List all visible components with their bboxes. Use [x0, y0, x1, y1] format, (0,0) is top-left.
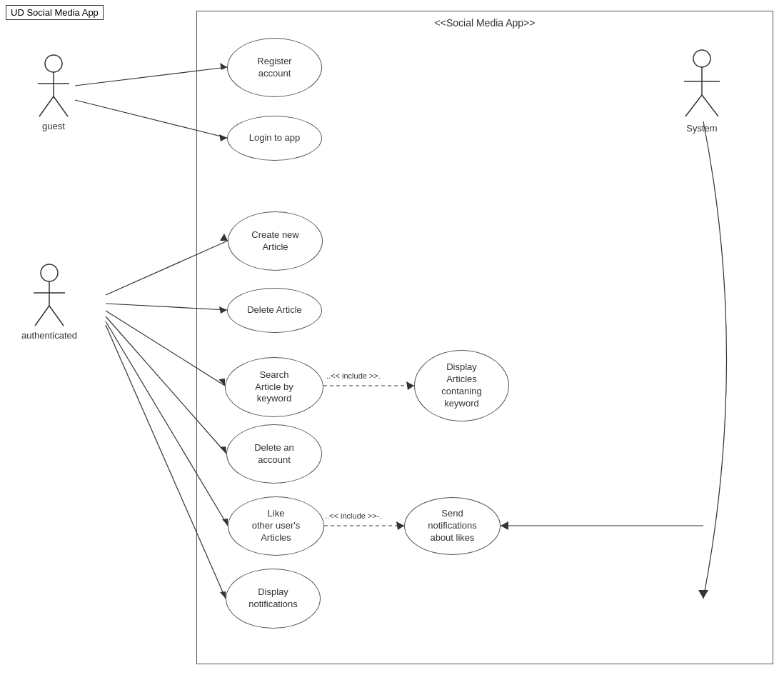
uc-send-notifications: Send notifications about likes	[404, 497, 501, 555]
svg-point-5	[41, 264, 58, 281]
svg-line-13	[685, 95, 702, 116]
svg-line-3	[39, 96, 54, 116]
svg-line-9	[49, 306, 64, 326]
title-box: UD Social Media App	[6, 5, 104, 20]
actor-authenticated-label: authenticated	[21, 330, 77, 341]
uc-like-articles: Like other user's Articles	[228, 496, 324, 556]
svg-line-4	[54, 96, 68, 116]
svg-point-10	[693, 50, 710, 67]
uc-delete-account: Delete an account	[226, 424, 322, 484]
uc-create-article: Create new Article	[228, 211, 323, 271]
actor-system: System	[677, 49, 727, 134]
actor-guest: guest	[32, 54, 75, 131]
actor-system-label: System	[686, 123, 717, 134]
uc-search-article: Search Article by keyword	[225, 357, 323, 417]
app-title: UD Social Media App	[11, 7, 99, 18]
svg-line-14	[702, 95, 718, 116]
include-label-search: ..<< include >>.	[326, 371, 381, 380]
svg-line-8	[35, 306, 49, 326]
actor-guest-label: guest	[42, 121, 65, 131]
outer-frame: UD Social Media App <<Social Media App>>…	[0, 0, 784, 675]
uc-delete-article: Delete Article	[227, 288, 322, 333]
uc-display-notifications: Display notifications	[226, 569, 321, 629]
uc-register: Register account	[227, 38, 322, 97]
uc-login: Login to app	[227, 116, 322, 161]
uc-display-articles-keyword: Display Articles contaning keyword	[414, 350, 509, 421]
include-label-like: ..<< include >>-.	[325, 511, 382, 520]
svg-point-0	[45, 55, 62, 72]
actor-authenticated: authenticated	[21, 263, 77, 341]
system-label: <<Social Media App>>	[435, 17, 536, 29]
